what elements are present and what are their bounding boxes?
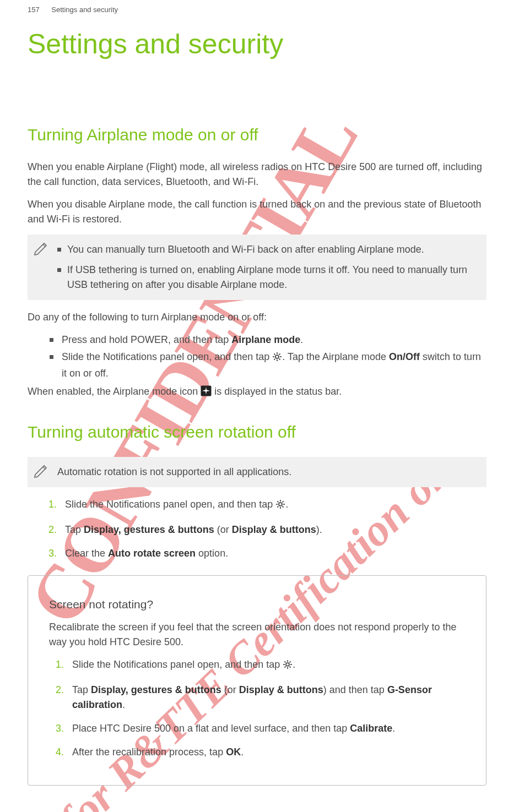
text-bold: Display, gestures & buttons — [91, 684, 221, 695]
step-number: 4. — [56, 745, 64, 760]
step-number: 3. — [56, 721, 64, 736]
text: Clear the — [65, 548, 108, 559]
text-bold: Calibrate — [350, 723, 392, 734]
page-content: 157 Settings and security Settings and s… — [0, 0, 514, 808]
text: Slide the Notifications panel open, and … — [72, 659, 283, 670]
text: . Tap the Airplane mode — [282, 351, 389, 362]
numbered-list: 1. Slide the Notifications panel open, a… — [28, 497, 486, 561]
note-item: If USB tethering is turned on, enabling … — [57, 263, 477, 292]
svg-line-8 — [279, 353, 280, 355]
text: Slide the Notifications panel open, and … — [65, 499, 275, 510]
text: Slide the Notifications panel open, and … — [62, 351, 272, 362]
paragraph: Do any of the following to turn Airplane… — [28, 310, 486, 325]
text: . — [285, 499, 288, 510]
svg-line-16 — [283, 506, 284, 508]
text-bold: Display & buttons — [232, 524, 316, 535]
svg-line-15 — [278, 501, 279, 502]
note-box: You can manually turn Bluetooth and Wi-F… — [28, 235, 486, 300]
svg-point-19 — [286, 663, 289, 666]
text: . — [122, 699, 125, 710]
text: Place HTC Desire 500 on a flat and level… — [72, 723, 350, 734]
text: Tap — [72, 684, 91, 695]
svg-line-6 — [279, 359, 280, 360]
note-item: You can manually turn Bluetooth and Wi-F… — [57, 242, 477, 257]
text-bold: Airplane mode — [231, 334, 300, 345]
svg-point-0 — [275, 355, 279, 358]
text: ). — [316, 524, 322, 535]
text-bold: Display & buttons — [239, 684, 323, 695]
svg-line-25 — [290, 667, 291, 668]
page-title: Settings and security — [28, 29, 486, 59]
gear-icon — [272, 351, 282, 366]
text: . — [392, 723, 395, 734]
text-bold: On/Off — [389, 351, 420, 362]
svg-line-27 — [290, 661, 291, 662]
callout-heading: Screen not rotating? — [49, 598, 465, 611]
running-header: 157 Settings and security — [28, 6, 486, 14]
text: . — [300, 334, 303, 345]
note-text: Automatic rotation is not supported in a… — [57, 466, 291, 477]
paragraph: When you enable Airplane (Flight) mode, … — [28, 160, 486, 189]
svg-line-5 — [274, 353, 275, 355]
text: When enabled, the Airplane mode icon — [28, 386, 201, 397]
pencil-icon — [32, 239, 51, 258]
paragraph: When enabled, the Airplane mode icon is … — [28, 384, 486, 401]
step-number: 1. — [56, 657, 64, 672]
text-bold: OK — [226, 746, 241, 757]
step-number: 3. — [48, 546, 57, 561]
text: . — [241, 746, 244, 757]
callout-box: Screen not rotating? Recalibrate the scr… — [28, 575, 486, 786]
text: (or — [221, 684, 239, 695]
text: Press and hold POWER, and then tap — [62, 334, 231, 345]
list-item: Slide the Notifications panel open, and … — [50, 350, 486, 381]
text: . — [293, 659, 295, 670]
running-title: Settings and security — [51, 6, 118, 14]
svg-line-26 — [285, 667, 286, 668]
text: After the recalibration process, tap — [72, 746, 226, 757]
svg-line-7 — [274, 359, 275, 360]
list-item: Press and hold POWER, and then tap Airpl… — [50, 333, 486, 347]
step-number: 1. — [48, 497, 57, 512]
svg-line-24 — [285, 661, 286, 662]
numbered-list: 1. Slide the Notifications panel open, a… — [49, 657, 465, 760]
text: Tap — [65, 524, 84, 535]
svg-line-17 — [278, 506, 279, 508]
paragraph: When you disable Airplane mode, the call… — [28, 197, 486, 227]
list-item: 2. Tap Display, gestures & buttons (or D… — [48, 522, 486, 537]
paragraph: Recalibrate the screen if you feel that … — [49, 620, 465, 650]
step-number: 2. — [48, 522, 57, 537]
list-item: 2. Tap Display, gestures & buttons (or D… — [56, 683, 465, 712]
bullet-list: Press and hold POWER, and then tap Airpl… — [28, 333, 486, 381]
pencil-icon — [32, 461, 51, 480]
step-number: 2. — [56, 683, 64, 697]
text: (or — [214, 524, 232, 535]
section-heading-rotation: Turning automatic screen rotation off — [28, 423, 486, 442]
list-item: 3. Place HTC Desire 500 on a flat and le… — [56, 721, 465, 736]
gear-icon — [283, 659, 293, 674]
list-item: 1. Slide the Notifications panel open, a… — [56, 657, 465, 674]
text: option. — [196, 548, 228, 559]
text-bold: Auto rotate screen — [108, 548, 196, 559]
section-heading-airplane: Turning Airplane mode on or off — [28, 126, 486, 144]
text: ) and then tap — [323, 684, 387, 695]
list-item: 4. After the recalibration process, tap … — [56, 745, 465, 760]
list-item: 3. Clear the Auto rotate screen option. — [48, 546, 486, 561]
text: is displayed in the status bar. — [212, 386, 342, 397]
svg-point-10 — [279, 503, 282, 506]
svg-line-18 — [283, 501, 284, 502]
gear-icon — [275, 499, 285, 514]
list-item: 1. Slide the Notifications panel open, a… — [48, 497, 486, 514]
airplane-icon — [201, 385, 212, 401]
note-box: Automatic rotation is not supported in a… — [28, 457, 486, 487]
page-number: 157 — [28, 6, 40, 14]
text-bold: Display, gestures & buttons — [84, 524, 214, 535]
